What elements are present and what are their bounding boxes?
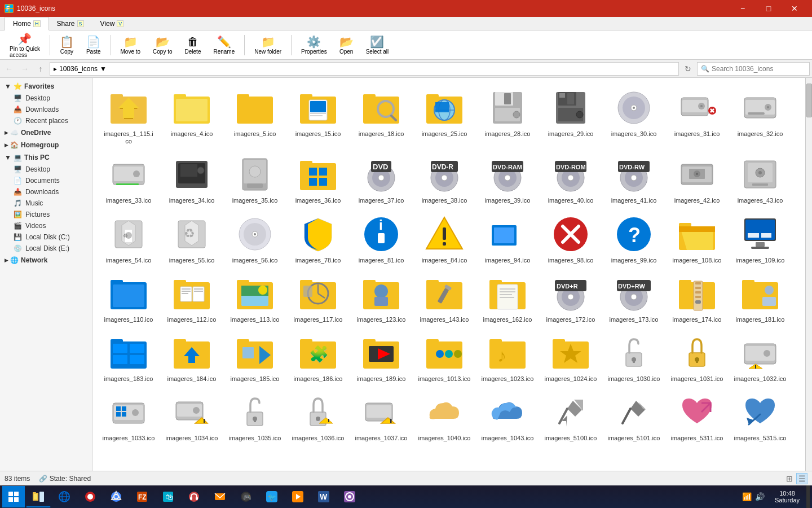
list-item[interactable]: imageres_1036.ico xyxy=(287,387,349,445)
open-button[interactable]: 📂 Open xyxy=(334,32,359,58)
list-item[interactable]: imageres_98.ico xyxy=(540,209,602,267)
list-item[interactable]: ? imageres_99.ico xyxy=(603,209,665,267)
list-item[interactable]: imageres_108.ico xyxy=(666,209,728,267)
sidebar-item-local-e[interactable]: 💿 Local Disk (E:) xyxy=(0,243,92,254)
sidebar-item-desktop[interactable]: 🖥️ Desktop xyxy=(0,93,92,104)
taskbar-ie[interactable] xyxy=(52,486,77,507)
address-bar[interactable]: ▸ 10036_icons ▼ xyxy=(50,62,679,76)
list-item[interactable]: imageres_1030.ico xyxy=(603,327,665,386)
list-item[interactable]: imageres_36.ico xyxy=(287,149,349,207)
list-item[interactable]: DVD imageres_37.ico xyxy=(350,149,412,207)
list-item[interactable]: imageres_31.ico xyxy=(666,82,728,148)
list-item[interactable]: imageres_1031.ico xyxy=(666,327,728,386)
sidebar-item-local-c[interactable]: 💾 Local Disk (C:) xyxy=(0,231,92,243)
taskbar-media[interactable] xyxy=(285,486,310,507)
tab-view[interactable]: View V xyxy=(92,17,133,30)
list-item[interactable]: i imageres_81.ico xyxy=(350,209,412,267)
tab-share[interactable]: Share S xyxy=(49,17,92,30)
pin-to-quick-button[interactable]: 📌 Pin to Quickaccess xyxy=(5,29,45,61)
list-item[interactable]: imageres_1013.ico xyxy=(413,327,475,386)
sidebar-item-pictures[interactable]: 🖼️ Pictures xyxy=(0,209,92,220)
list-item[interactable]: imageres_184.ico xyxy=(161,327,223,386)
list-item[interactable]: imageres_33.ico xyxy=(98,149,160,207)
list-item[interactable]: imageres_15.ico xyxy=(287,82,349,148)
select-all-button[interactable]: ☑️ Select all xyxy=(361,32,394,58)
sidebar-item-desktop-pc[interactable]: 🖥️ Desktop xyxy=(0,164,92,175)
list-item[interactable]: imageres_1_115.ico xyxy=(98,82,160,148)
list-item[interactable]: DVD-R imageres_38.ico xyxy=(413,149,475,207)
list-item[interactable]: imageres_1024.ico xyxy=(540,327,602,386)
move-to-button[interactable]: 📁 Move to xyxy=(116,32,146,58)
list-item[interactable]: DVD+RW imageres_173.ico xyxy=(603,268,665,326)
list-item[interactable]: imageres_35.ico xyxy=(224,149,286,207)
list-item[interactable]: imageres_185.ico xyxy=(224,327,286,386)
list-item[interactable]: imageres_25.ico xyxy=(413,82,475,148)
list-item[interactable]: imageres_123.ico xyxy=(350,268,412,326)
list-item[interactable]: imageres_43.ico xyxy=(729,149,791,207)
list-item[interactable]: imageres_78.ico xyxy=(287,209,349,267)
properties-button[interactable]: ⚙️ Properties xyxy=(296,32,332,58)
sidebar-item-recent-places[interactable]: 🕐 Recent places xyxy=(0,115,92,126)
show-desktop-button[interactable] xyxy=(806,485,810,508)
list-item[interactable]: imageres_56.ico xyxy=(224,209,286,267)
list-item[interactable]: imageres_1033.ico xyxy=(98,387,160,445)
taskbar-clock[interactable]: 10:48 Saturday xyxy=(770,490,804,503)
volume-tray-icon[interactable]: 🔊 xyxy=(755,492,765,501)
taskbar-filezilla[interactable]: FZ xyxy=(130,486,155,507)
view-details-button[interactable]: ☰ xyxy=(796,473,807,484)
sidebar-item-music[interactable]: 🎵 Music xyxy=(0,198,92,209)
list-item[interactable]: DVD-ROM imageres_40.ico xyxy=(540,149,602,207)
taskbar-twitter[interactable]: 🐦 xyxy=(259,486,284,507)
list-item[interactable]: DVD-RW imageres_41.ico xyxy=(603,149,665,207)
close-button[interactable]: ✕ xyxy=(782,0,807,17)
list-item[interactable]: imageres_110.ico xyxy=(98,268,160,326)
content-scrollbar[interactable] xyxy=(805,78,812,471)
list-item[interactable]: imageres_5315.ico xyxy=(729,387,791,445)
list-item[interactable]: imageres_28.ico xyxy=(476,82,539,148)
maximize-button[interactable]: □ xyxy=(756,0,782,17)
sidebar-section-thispc[interactable]: ▼ 💻 This PC xyxy=(0,151,92,164)
sidebar-item-videos[interactable]: 🎬 Videos xyxy=(0,220,92,231)
taskbar-app[interactable] xyxy=(337,486,362,507)
list-item[interactable]: imageres_5311.ico xyxy=(666,387,728,445)
minimize-button[interactable]: − xyxy=(730,0,756,17)
taskbar-mail[interactable] xyxy=(208,486,232,507)
paste-button[interactable]: 📄 Paste xyxy=(81,32,106,58)
list-item[interactable]: ♪ imageres_1023.ico xyxy=(476,327,539,386)
list-item[interactable]: imageres_4.ico xyxy=(161,82,223,148)
tab-home[interactable]: Home H xyxy=(5,17,49,30)
back-button[interactable]: ← xyxy=(2,62,16,76)
list-item[interactable]: imageres_189.ico xyxy=(350,327,412,386)
list-item[interactable]: imageres_1037.ico xyxy=(350,387,412,445)
list-item[interactable]: imageres_30.ico xyxy=(603,82,665,148)
network-tray-icon[interactable]: 📶 xyxy=(742,492,752,501)
list-item[interactable]: DVD+R imageres_172.ico xyxy=(540,268,602,326)
sidebar-item-documents[interactable]: 📄 Documents xyxy=(0,175,92,186)
list-item[interactable]: imageres_32.ico xyxy=(729,82,791,148)
sidebar-section-homegroup[interactable]: ▸ 🏠 Homegroup xyxy=(0,139,92,151)
scrollbar-thumb[interactable] xyxy=(806,84,812,117)
copy-to-button[interactable]: 📂 Copy to xyxy=(148,32,177,58)
start-button[interactable] xyxy=(2,486,25,507)
list-item[interactable]: imageres_1040.ico xyxy=(413,387,475,445)
list-item[interactable]: imageres_1032.ico xyxy=(729,327,791,386)
copy-button[interactable]: 📋 Copy xyxy=(55,32,79,58)
list-item[interactable]: imageres_117.ico xyxy=(287,268,349,326)
taskbar-opera[interactable] xyxy=(78,486,103,507)
forward-button[interactable]: → xyxy=(18,62,32,76)
sidebar-section-favorites[interactable]: ▼ ⭐ Favorites xyxy=(0,80,92,93)
list-item[interactable]: imageres_29.ico xyxy=(540,82,602,148)
search-box[interactable]: 🔍 xyxy=(697,62,810,76)
list-item[interactable]: ♻ imageres_55.ico xyxy=(161,209,223,267)
list-item[interactable]: imageres_1035.ico xyxy=(224,387,286,445)
list-item[interactable]: imageres_18.ico xyxy=(350,82,412,148)
taskbar-explorer[interactable] xyxy=(26,486,51,507)
list-item[interactable]: imageres_109.ico xyxy=(729,209,791,267)
list-item[interactable]: imageres_5101.ico xyxy=(603,387,665,445)
search-input[interactable] xyxy=(712,65,791,73)
list-item[interactable]: 🧩 imageres_186.ico xyxy=(287,327,349,386)
sidebar-section-onedrive[interactable]: ▸ ☁️ OneDrive xyxy=(0,126,92,139)
taskbar-store[interactable]: 🛍 xyxy=(156,486,180,507)
list-item[interactable]: imageres_1043.ico xyxy=(476,387,539,445)
sidebar-item-downloads-fav[interactable]: 📥 Downloads xyxy=(0,104,92,115)
